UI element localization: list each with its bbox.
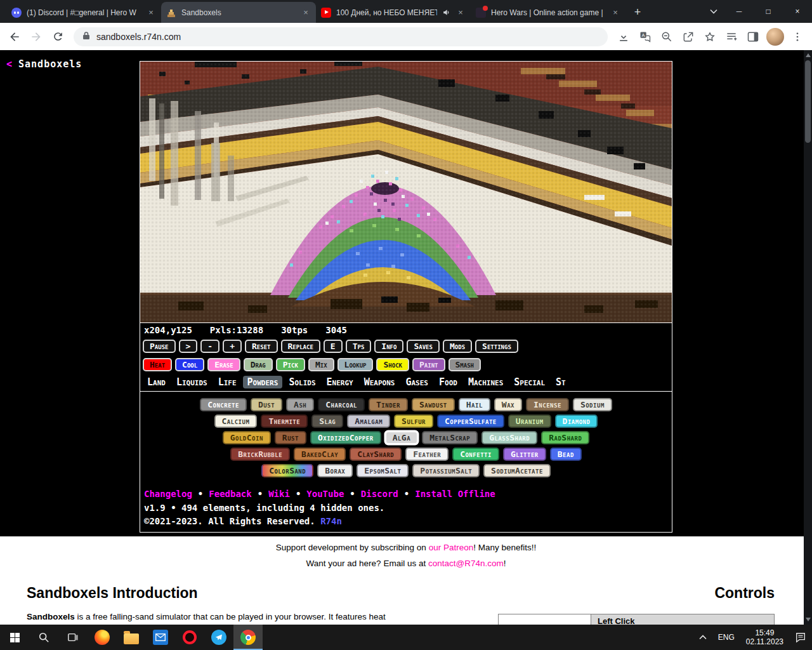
tab-sandboxels[interactable]: Sandboxels × — [161, 2, 316, 23]
element-tinder[interactable]: Tinder — [369, 398, 408, 411]
taskbar-clock[interactable]: 15:49 02.11.2023 — [740, 628, 789, 646]
telegram-app-icon[interactable] — [204, 625, 233, 650]
saves-button[interactable]: Saves — [407, 340, 440, 353]
back-button[interactable] — [4, 26, 25, 48]
tab-close-icon[interactable]: × — [146, 8, 156, 18]
element-sodium-acetate[interactable]: SodiumAcetate — [483, 464, 551, 477]
link-wiki[interactable]: Wiki — [268, 489, 290, 499]
element-oxidized-copper[interactable]: OxidizedCopper — [310, 431, 381, 444]
forward-button[interactable] — [25, 26, 47, 48]
cool-tool[interactable]: Cool — [175, 358, 204, 371]
tab-close-icon[interactable]: × — [610, 8, 620, 18]
element-glass-shard[interactable]: GlassShard — [481, 431, 537, 444]
zoom-icon[interactable] — [656, 26, 678, 48]
element-borax[interactable]: Borax — [317, 464, 353, 477]
element-uranium[interactable]: Uranium — [508, 415, 551, 428]
element-concrete[interactable]: Concrete — [200, 398, 247, 411]
maximize-button[interactable]: □ — [754, 0, 783, 23]
reset-button[interactable]: Reset — [245, 340, 278, 353]
menu-icon[interactable] — [787, 26, 808, 48]
lookup-tool[interactable]: Lookup — [337, 358, 374, 371]
new-tab-button[interactable]: + — [629, 4, 646, 20]
smash-tool[interactable]: Smash — [449, 358, 481, 371]
element-slag[interactable]: Slag — [311, 415, 343, 428]
element-rad-shard[interactable]: RadShard — [541, 431, 589, 444]
share-icon[interactable] — [678, 26, 699, 48]
mix-tool[interactable]: Mix — [308, 358, 334, 371]
element-metal-scrap[interactable]: MetalScrap — [422, 431, 478, 444]
tab-gases[interactable]: Gases — [401, 376, 433, 388]
tab-machines[interactable]: Machines — [464, 376, 508, 388]
tab-special[interactable]: Special — [509, 376, 549, 388]
element-calcium[interactable]: Calcium — [214, 415, 258, 428]
hidden-icons-chevron[interactable] — [693, 635, 712, 640]
replace-button[interactable]: Replace — [281, 340, 320, 353]
action-center-icon[interactable] — [789, 632, 812, 643]
tab-life[interactable]: Life — [214, 376, 241, 388]
e-toggle-button[interactable]: E — [324, 340, 343, 353]
scroll-down-arrow[interactable] — [806, 618, 811, 621]
reading-list-icon[interactable] — [721, 26, 742, 48]
file-explorer-icon[interactable] — [117, 625, 146, 650]
element-sodium[interactable]: Sodium — [573, 398, 612, 411]
pause-button[interactable]: Pause — [143, 340, 176, 353]
element-epsom-salt[interactable]: EpsomSalt — [357, 464, 409, 477]
element-bead[interactable]: Bead — [550, 448, 582, 461]
tab-discord[interactable]: (1) Discord | #□general | Hero W × — [6, 2, 161, 23]
chrome-app-icon[interactable] — [233, 625, 263, 650]
link-youtube[interactable]: YouTube — [306, 489, 344, 499]
scrollbar-thumb[interactable] — [805, 60, 811, 143]
site-logo-link[interactable]: <Sandboxels — [6, 58, 82, 70]
r74n-link[interactable]: R74n — [320, 516, 342, 526]
language-indicator[interactable]: ENG — [712, 633, 740, 642]
tab-audio-speaker-icon[interactable] — [442, 8, 450, 17]
element-incense[interactable]: Incense — [526, 398, 569, 411]
settings-button[interactable]: Settings — [475, 340, 518, 353]
patreon-link[interactable]: our Patreon — [429, 543, 474, 552]
tab-search-chevron-icon[interactable] — [703, 0, 724, 23]
reload-button[interactable] — [47, 26, 69, 48]
element-confetti[interactable]: Confetti — [452, 448, 499, 461]
close-window-button[interactable]: × — [783, 0, 812, 23]
start-button[interactable] — [0, 625, 29, 650]
element-thermite[interactable]: Thermite — [261, 415, 308, 428]
play-step-button[interactable]: > — [179, 340, 198, 353]
tab-close-icon[interactable]: × — [455, 8, 466, 18]
download-icon[interactable] — [613, 26, 634, 48]
drag-tool[interactable]: Drag — [244, 358, 273, 371]
opera-app-icon[interactable] — [175, 625, 204, 650]
tab-food[interactable]: Food — [435, 376, 462, 388]
firefox-app-icon[interactable] — [88, 625, 117, 650]
bookmark-star-icon[interactable] — [699, 26, 721, 48]
element-amalgam[interactable]: Amalgam — [347, 415, 390, 428]
contact-email-link[interactable]: contact@R74n.com — [428, 559, 504, 568]
element-ash[interactable]: Ash — [286, 398, 314, 411]
profile-avatar[interactable] — [766, 28, 784, 46]
element-sulfur[interactable]: Sulfur — [394, 415, 433, 428]
brush-plus-button[interactable]: + — [223, 340, 242, 353]
element-glitter[interactable]: Glitter — [503, 448, 546, 461]
element-copper-sulfate[interactable]: CopperSulfate — [437, 415, 504, 428]
element-gold-coin[interactable]: GoldCoin — [223, 431, 271, 444]
element-clay-shard[interactable]: ClayShard — [350, 448, 402, 461]
link-install-offline[interactable]: Install Offline — [415, 489, 495, 499]
heat-tool[interactable]: Heat — [143, 358, 172, 371]
element-wax[interactable]: Wax — [494, 398, 522, 411]
taskbar-search-icon[interactable] — [29, 625, 58, 650]
link-feedback[interactable]: Feedback — [209, 489, 251, 499]
paint-tool[interactable]: Paint — [412, 358, 445, 371]
page-scrollbar[interactable] — [804, 50, 812, 625]
tab-land[interactable]: Land — [143, 376, 170, 388]
element-diamond[interactable]: Diamond — [555, 415, 598, 428]
tab-liquids[interactable]: Liquids — [172, 376, 212, 388]
shock-tool[interactable]: Shock — [376, 358, 409, 371]
erase-tool[interactable]: Erase — [207, 358, 240, 371]
element-dust[interactable]: Dust — [251, 398, 282, 411]
task-view-icon[interactable] — [58, 625, 88, 650]
scroll-up-arrow[interactable] — [806, 53, 811, 57]
tab-weapons[interactable]: Weapons — [360, 376, 400, 388]
pick-tool[interactable]: Pick — [276, 358, 305, 371]
element-charcoal[interactable]: Charcoal — [318, 398, 365, 411]
element-potassium-salt[interactable]: PotassiumSalt — [412, 464, 480, 477]
tab-hero-wars[interactable]: Hero Wars | Online action game | × — [471, 2, 625, 23]
